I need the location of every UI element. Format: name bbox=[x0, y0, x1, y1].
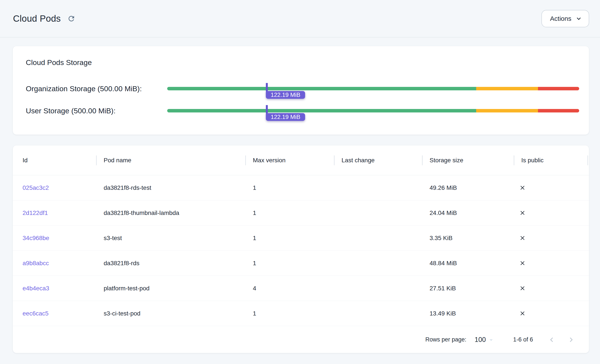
page-title: Cloud Pods bbox=[13, 13, 61, 24]
pod-id-link[interactable]: 2d122df1 bbox=[23, 209, 48, 216]
table-body: 025ac3c2 da3821f8-rds-test 1 49.26 MiB 2… bbox=[13, 175, 589, 326]
chevron-left-icon bbox=[547, 335, 556, 344]
table-header-row: Id Pod name Max version Last change Stor… bbox=[13, 146, 589, 175]
pod-id-cell: a9b8abcc bbox=[13, 260, 96, 267]
max-version-cell: 4 bbox=[245, 285, 334, 292]
user-storage-label: User Storage (500.00 MiB): bbox=[26, 107, 167, 115]
pod-id-cell: e4b4eca3 bbox=[13, 285, 96, 292]
page-header: Cloud Pods Actions bbox=[0, 0, 600, 37]
rows-per-page-value: 100 bbox=[475, 336, 486, 344]
user-storage-row: User Storage (500.00 MiB): 122.19 MiB bbox=[26, 107, 579, 115]
chevron-down-icon bbox=[575, 15, 583, 23]
pagination-bar: Rows per page: 100 1-6 of 6 bbox=[13, 326, 589, 353]
max-version-cell: 1 bbox=[245, 260, 334, 267]
storage-size-cell: 27.51 KiB bbox=[422, 285, 514, 292]
storage-size-cell: 48.84 MiB bbox=[422, 260, 514, 267]
pod-id-link[interactable]: 34c968be bbox=[23, 235, 49, 241]
pod-id-link[interactable]: 025ac3c2 bbox=[23, 184, 49, 191]
max-version-cell: 1 bbox=[245, 310, 334, 317]
table-row: a9b8abcc da3821f8-rds 1 48.84 MiB bbox=[13, 251, 589, 276]
organization-storage-label: Organization Storage (500.00 MiB): bbox=[26, 84, 167, 93]
pod-name-cell: s3-test bbox=[96, 235, 245, 242]
storage-size-cell: 49.26 MiB bbox=[422, 184, 514, 191]
gauge-zone-critical bbox=[538, 109, 579, 112]
storage-size-cell: 3.35 KiB bbox=[422, 235, 514, 242]
pods-table-card: Id Pod name Max version Last change Stor… bbox=[13, 145, 589, 353]
table-row: e4b4eca3 platform-test-pod 4 27.51 KiB bbox=[13, 276, 589, 301]
close-icon bbox=[519, 310, 526, 317]
actions-button[interactable]: Actions bbox=[542, 10, 589, 27]
pod-id-cell: 34c968be bbox=[13, 235, 96, 242]
pod-id-cell: eec6cac5 bbox=[13, 310, 96, 317]
pod-name-cell: da3821f8-thumbnail-lambda bbox=[96, 209, 245, 217]
gauge-zones bbox=[167, 87, 579, 90]
next-page-button[interactable] bbox=[566, 335, 576, 345]
is-public-cell bbox=[514, 209, 589, 216]
close-icon bbox=[519, 184, 526, 191]
pod-name-cell: da3821f8-rds bbox=[96, 260, 245, 267]
pod-name-cell: s3-ci-test-pod bbox=[96, 310, 245, 317]
organization-storage-used-badge: 122.19 MiB bbox=[266, 91, 305, 99]
max-version-cell: 1 bbox=[245, 235, 334, 242]
is-public-cell bbox=[514, 310, 589, 317]
gauge-zone-warning bbox=[476, 109, 538, 112]
column-header-max-version[interactable]: Max version bbox=[245, 146, 334, 175]
max-version-cell: 1 bbox=[245, 209, 334, 217]
gauge-zone-warning bbox=[476, 87, 538, 90]
pod-name-cell: da3821f8-rds-test bbox=[96, 184, 245, 191]
previous-page-button[interactable] bbox=[546, 335, 557, 345]
gauge-zone-critical bbox=[538, 87, 579, 90]
table-row: 025ac3c2 da3821f8-rds-test 1 49.26 MiB bbox=[13, 175, 589, 200]
column-header-is-public[interactable]: Is public bbox=[514, 146, 589, 175]
close-icon bbox=[519, 235, 526, 241]
column-header-storage-size[interactable]: Storage size bbox=[422, 146, 514, 175]
pagination-range-label: 1-6 of 6 bbox=[513, 336, 533, 343]
refresh-icon bbox=[67, 15, 75, 23]
table-row: eec6cac5 s3-ci-test-pod 1 13.49 KiB bbox=[13, 301, 589, 326]
pod-id-link[interactable]: e4b4eca3 bbox=[23, 285, 49, 292]
organization-storage-gauge: 122.19 MiB bbox=[167, 87, 579, 90]
column-header-id[interactable]: Id bbox=[13, 146, 96, 175]
pod-id-link[interactable]: eec6cac5 bbox=[23, 310, 48, 317]
rows-per-page-label: Rows per page: bbox=[425, 336, 466, 343]
user-storage-used-badge: 122.19 MiB bbox=[266, 113, 305, 121]
storage-card: Cloud Pods Storage Organization Storage … bbox=[13, 46, 589, 135]
is-public-cell bbox=[514, 184, 589, 191]
pod-id-cell: 025ac3c2 bbox=[13, 184, 96, 191]
is-public-cell bbox=[514, 235, 589, 241]
refresh-button[interactable] bbox=[66, 13, 77, 24]
column-header-pod-name[interactable]: Pod name bbox=[96, 146, 245, 175]
storage-size-cell: 24.04 MiB bbox=[422, 209, 514, 217]
actions-button-label: Actions bbox=[550, 15, 571, 22]
table-row: 2d122df1 da3821f8-thumbnail-lambda 1 24.… bbox=[13, 200, 589, 226]
usage-marker-tick bbox=[266, 105, 268, 113]
table-row: 34c968be s3-test 1 3.35 KiB bbox=[13, 226, 589, 251]
max-version-cell: 1 bbox=[245, 184, 334, 191]
user-storage-gauge: 122.19 MiB bbox=[167, 109, 579, 112]
gauge-zones bbox=[167, 109, 579, 112]
pod-id-cell: 2d122df1 bbox=[13, 209, 96, 217]
chevron-right-icon bbox=[567, 335, 576, 344]
rows-per-page-select[interactable]: 100 bbox=[475, 336, 495, 344]
pod-name-cell: platform-test-pod bbox=[96, 285, 245, 292]
column-header-last-change[interactable]: Last change bbox=[334, 146, 422, 175]
close-icon bbox=[519, 260, 526, 266]
storage-card-title: Cloud Pods Storage bbox=[26, 58, 92, 67]
is-public-cell bbox=[514, 285, 589, 292]
usage-marker-tick bbox=[266, 83, 268, 91]
gauge-zone-ok bbox=[167, 87, 476, 90]
dropdown-caret-icon bbox=[488, 336, 495, 344]
is-public-cell bbox=[514, 260, 589, 266]
storage-size-cell: 13.49 KiB bbox=[422, 310, 514, 317]
organization-storage-row: Organization Storage (500.00 MiB): 122.1… bbox=[26, 85, 579, 92]
close-icon bbox=[519, 209, 526, 216]
gauge-zone-ok bbox=[167, 109, 476, 112]
pod-id-link[interactable]: a9b8abcc bbox=[23, 260, 49, 266]
close-icon bbox=[519, 285, 526, 292]
